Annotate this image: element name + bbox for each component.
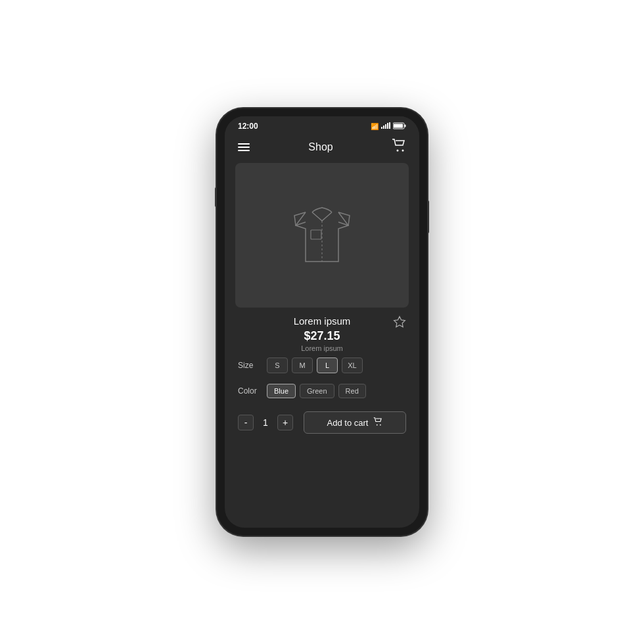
color-options: Blue Green Red [267, 384, 366, 398]
power-button [427, 200, 429, 233]
phone-frame: 12:00 📶 [217, 108, 427, 536]
size-label: Size [238, 361, 262, 370]
volume-button [215, 187, 217, 207]
svg-rect-4 [389, 122, 390, 129]
app-header: Shop [225, 133, 419, 163]
cart-icon[interactable] [392, 139, 406, 155]
size-options: S M L XL [267, 357, 363, 373]
wifi-icon: 📶 [371, 123, 379, 130]
size-s-button[interactable]: S [267, 357, 288, 373]
product-image [235, 163, 409, 308]
signal-icon [381, 122, 390, 130]
quantity-control: - 1 + [238, 415, 293, 430]
svg-marker-12 [394, 317, 405, 327]
product-info: Lorem ipsum $27.15 Lorem ipsum [225, 315, 419, 352]
svg-point-8 [397, 150, 399, 152]
status-time: 12:00 [238, 122, 258, 131]
color-label: Color [238, 386, 262, 396]
svg-rect-7 [405, 124, 406, 127]
add-to-cart-icon [373, 417, 382, 428]
menu-line-3 [238, 150, 250, 151]
svg-point-9 [402, 150, 404, 152]
quantity-value: 1 [260, 417, 271, 428]
menu-line-2 [238, 147, 250, 148]
color-green-button[interactable]: Green [300, 384, 334, 398]
header-title: Shop [308, 141, 333, 153]
size-l-button[interactable]: L [317, 357, 338, 373]
svg-rect-10 [311, 230, 321, 239]
svg-rect-6 [394, 124, 403, 127]
size-selector-row: Size S M L XL [225, 352, 419, 379]
svg-rect-0 [381, 127, 382, 129]
color-blue-button[interactable]: Blue [267, 384, 296, 398]
increment-button[interactable]: + [277, 415, 293, 430]
shirt-illustration [276, 189, 368, 281]
product-name: Lorem ipsum [294, 315, 351, 327]
add-to-cart-label: Add to cart [327, 418, 369, 428]
size-m-button[interactable]: M [292, 357, 313, 373]
color-red-button[interactable]: Red [338, 384, 366, 398]
status-icons: 📶 [371, 122, 406, 131]
size-xl-button[interactable]: XL [342, 357, 363, 373]
product-price: $27.15 [304, 329, 340, 343]
svg-rect-1 [383, 126, 384, 129]
phone-screen: 12:00 📶 [225, 116, 419, 528]
menu-button[interactable] [238, 143, 250, 151]
svg-rect-2 [385, 124, 386, 129]
color-selector-row: Color Blue Green Red [225, 379, 419, 403]
bottom-bar: - 1 + Add to cart [225, 406, 419, 439]
battery-icon [393, 122, 406, 131]
svg-point-13 [377, 425, 378, 426]
svg-rect-3 [387, 123, 388, 129]
svg-point-14 [380, 425, 381, 426]
favorite-button[interactable] [393, 315, 406, 332]
product-description: Lorem ipsum [301, 344, 343, 352]
decrement-button[interactable]: - [238, 415, 254, 430]
status-bar: 12:00 📶 [225, 116, 419, 133]
menu-line-1 [238, 143, 250, 145]
add-to-cart-button[interactable]: Add to cart [304, 411, 406, 434]
